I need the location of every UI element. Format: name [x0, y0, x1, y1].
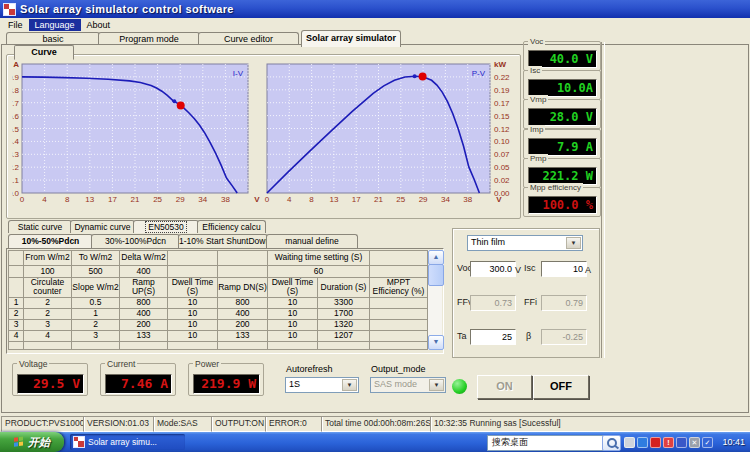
- table-cell[interactable]: 3300: [318, 297, 370, 308]
- field-input-Ta[interactable]: 25: [470, 329, 516, 345]
- title-bar[interactable]: Solar array simulator control software: [0, 0, 750, 18]
- tab-solar-array-simulator[interactable]: Solar array simulator: [301, 30, 401, 47]
- table-cell[interactable]: 400: [120, 308, 168, 319]
- table-cell[interactable]: 0.5: [72, 297, 120, 308]
- dropdown-arrow-icon[interactable]: ▼: [342, 379, 357, 391]
- readout-label: Vmp: [528, 95, 548, 104]
- table-cell[interactable]: 10: [268, 330, 318, 341]
- table-cell[interactable]: 4: [9, 330, 24, 341]
- table-cell[interactable]: 1: [9, 297, 24, 308]
- table-cell[interactable]: 10: [168, 297, 218, 308]
- windows-flag-icon: [14, 436, 25, 449]
- start-button[interactable]: 开始: [0, 432, 64, 452]
- menu-about[interactable]: About: [81, 19, 117, 31]
- table-scrollbar[interactable]: ▲ ▼: [428, 250, 442, 350]
- table-cell[interactable]: 800: [120, 297, 168, 308]
- readout-label: Isc: [528, 66, 542, 75]
- table-cell[interactable]: 800: [218, 297, 268, 308]
- field-input-Isc[interactable]: 10: [541, 261, 587, 277]
- table-cell[interactable]: 133: [218, 330, 268, 341]
- table-cell[interactable]: [370, 330, 428, 341]
- table-cell[interactable]: [370, 319, 428, 330]
- svg-text:0.12: 0.12: [494, 125, 510, 134]
- scroll-up-button[interactable]: ▲: [428, 250, 444, 265]
- svg-text:34: 34: [441, 195, 450, 204]
- table-cell[interactable]: 3: [9, 319, 24, 330]
- table-cell[interactable]: 100: [24, 266, 72, 278]
- preset-select[interactable]: Thin film ▼: [467, 235, 583, 251]
- table-cell[interactable]: 4: [24, 330, 72, 341]
- taskbar-clock[interactable]: 10:41: [722, 432, 745, 452]
- table-cell[interactable]: 2: [24, 308, 72, 319]
- bluetooth-icon[interactable]: [637, 437, 648, 448]
- svg-text:A: A: [13, 60, 19, 69]
- graphics-icon[interactable]: [676, 437, 687, 448]
- preset-select-value: Thin film: [471, 237, 505, 247]
- network-error-icon[interactable]: ✕: [689, 437, 700, 448]
- mode-tab-efficiency-calcu[interactable]: Efficiency calcu: [197, 220, 266, 233]
- table-cell[interactable]: [218, 266, 268, 278]
- table-cell[interactable]: 1700: [318, 308, 370, 319]
- field-input-Voc[interactable]: 300.0: [470, 261, 516, 277]
- table-cell[interactable]: 2: [72, 319, 120, 330]
- status-segment-6: 10:32:35 Running sas [Sucessful]: [430, 416, 750, 432]
- table-cell[interactable]: 1207: [318, 330, 370, 341]
- sub-tab-1-10--start-shuntdown[interactable]: 1-10% Start ShuntDown: [178, 234, 268, 248]
- mode-tab-en50530[interactable]: EN50530: [133, 220, 199, 233]
- table-cell[interactable]: 3: [24, 319, 72, 330]
- table-cell[interactable]: [370, 308, 428, 319]
- table-cell[interactable]: 10: [268, 319, 318, 330]
- table-cell[interactable]: 200: [120, 319, 168, 330]
- table-cell[interactable]: 133: [120, 330, 168, 341]
- table-cell[interactable]: [370, 266, 428, 278]
- table-cell[interactable]: 1: [72, 308, 120, 319]
- table-cell[interactable]: 400: [218, 308, 268, 319]
- table-cell[interactable]: 400: [120, 266, 168, 278]
- taskbar-item-solar-app[interactable]: Solar array simu...: [70, 434, 185, 450]
- menu-language[interactable]: Language: [29, 19, 81, 31]
- table-cell[interactable]: [9, 266, 24, 278]
- table-cell: [168, 341, 218, 349]
- autorefresh-value: 1S: [289, 379, 300, 389]
- table-cell[interactable]: 500: [72, 266, 120, 278]
- table-cell[interactable]: 10: [168, 319, 218, 330]
- measure-value: 29.5 V: [17, 374, 84, 394]
- off-button[interactable]: OFF: [533, 375, 589, 399]
- scroll-down-button[interactable]: ▼: [428, 335, 444, 350]
- svg-text:25: 25: [153, 195, 162, 204]
- table-cell[interactable]: 3: [72, 330, 120, 341]
- antivirus-shield-icon[interactable]: ✓: [702, 437, 713, 448]
- table-cell: [168, 251, 218, 266]
- table-cell[interactable]: 10: [168, 330, 218, 341]
- svg-text:8: 8: [309, 195, 314, 204]
- status-segment-3: OUTPUT:ON: [211, 416, 267, 432]
- mode-tab-static-curve[interactable]: Static curve: [8, 220, 72, 233]
- dropdown-arrow-icon[interactable]: ▼: [566, 237, 581, 249]
- table-cell[interactable]: 2: [9, 308, 24, 319]
- table-cell[interactable]: 10: [268, 308, 318, 319]
- table-cell[interactable]: 200: [218, 319, 268, 330]
- desktop-search-input[interactable]: 搜索桌面: [487, 435, 605, 451]
- keyboard-icon[interactable]: [624, 437, 635, 448]
- sub-tab-10--50-pdcn[interactable]: 10%-50%Pdcn: [8, 234, 93, 248]
- mode-tab-dynamic-curve[interactable]: Dynamic curve: [70, 220, 135, 233]
- scrollbar-thumb[interactable]: [428, 264, 444, 286]
- window-title: Solar array simulator control software: [20, 3, 234, 15]
- table-cell[interactable]: [370, 297, 428, 308]
- search-go-button[interactable]: [602, 435, 621, 451]
- menu-file[interactable]: File: [2, 19, 29, 31]
- table-cell[interactable]: 2: [24, 297, 72, 308]
- svg-text:5.5: 5.5: [12, 125, 20, 134]
- output-mode-value: SAS mode: [374, 379, 417, 389]
- curve-group-tab[interactable]: Curve: [14, 45, 74, 60]
- autorefresh-select[interactable]: 1S ▼: [285, 377, 359, 393]
- table-cell[interactable]: 10: [168, 308, 218, 319]
- sub-tab-manual-define[interactable]: manual define: [266, 234, 358, 248]
- table-cell[interactable]: 60: [268, 266, 370, 278]
- alert-shield-icon[interactable]: !: [663, 437, 674, 448]
- table-cell[interactable]: 1320: [318, 319, 370, 330]
- table-cell[interactable]: 10: [268, 297, 318, 308]
- table-cell[interactable]: [168, 266, 218, 278]
- sub-tab-30--100-pdcn[interactable]: 30%-100%Pdcn: [91, 234, 180, 248]
- ati-icon[interactable]: [650, 437, 661, 448]
